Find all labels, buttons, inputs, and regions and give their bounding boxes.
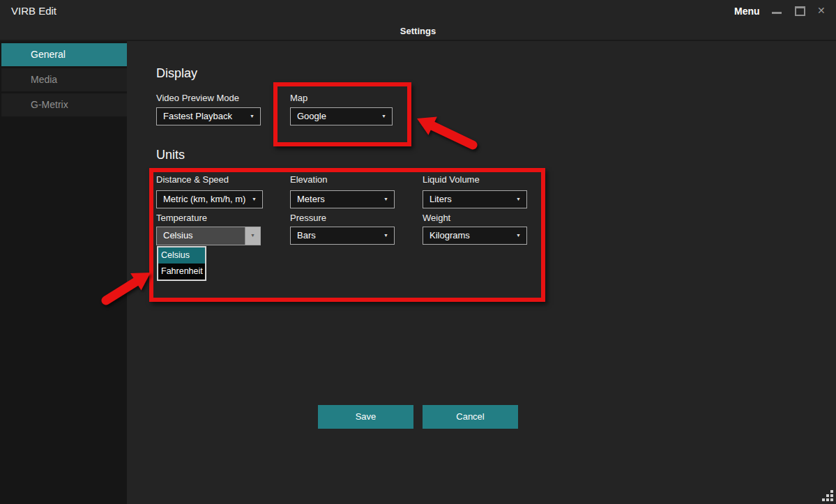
temperature-options-list: Celsius Fahrenheit — [157, 246, 206, 281]
distance-speed-value: Metric (km, km/h, m) — [163, 194, 245, 204]
page-title: Settings — [0, 26, 836, 36]
sidebar-item-g-metrix[interactable]: G-Metrix — [1, 93, 127, 116]
chevron-down-icon: ▼ — [516, 227, 521, 244]
settings-sidebar: General Media G-Metrix — [0, 41, 127, 504]
weight-label: Weight — [423, 213, 450, 223]
menu-button[interactable]: Menu — [734, 6, 760, 17]
liquid-volume-value: Liters — [430, 194, 452, 204]
chevron-down-icon: ▼ — [250, 108, 254, 125]
map-value: Google — [297, 111, 326, 121]
temperature-value: Celsius — [163, 230, 193, 240]
save-button[interactable]: Save — [318, 405, 413, 429]
weight-select[interactable]: Kilograms ▼ — [423, 227, 527, 245]
video-preview-mode-select[interactable]: Fastest Playback ▼ — [156, 107, 261, 125]
sidebar-item-general[interactable]: General — [1, 43, 127, 66]
map-label: Map — [290, 93, 307, 103]
video-preview-mode-label: Video Preview Mode — [156, 93, 239, 103]
elevation-label: Elevation — [290, 174, 327, 185]
temperature-label: Temperature — [156, 213, 207, 223]
minimize-icon[interactable] — [772, 12, 782, 14]
map-select[interactable]: Google ▼ — [290, 107, 393, 125]
weight-value: Kilograms — [430, 230, 470, 240]
units-section-heading: Units — [156, 148, 185, 162]
elevation-value: Meters — [297, 194, 325, 204]
option-celsius[interactable]: Celsius — [158, 247, 205, 264]
chevron-down-icon: ▼ — [516, 191, 521, 208]
chevron-down-icon: ▼ — [383, 227, 388, 244]
sidebar-item-media[interactable]: Media — [1, 68, 127, 91]
liquid-volume-label: Liquid Volume — [423, 174, 480, 185]
chevron-down-icon: ▼ — [383, 191, 388, 208]
pressure-value: Bars — [297, 230, 316, 240]
app-title: VIRB Edit — [11, 5, 56, 17]
distance-speed-label: Distance & Speed — [156, 174, 229, 185]
option-fahrenheit[interactable]: Fahrenheit — [158, 264, 205, 280]
close-icon[interactable]: ✕ — [817, 4, 826, 17]
pressure-select[interactable]: Bars ▼ — [290, 227, 395, 245]
elevation-select[interactable]: Meters ▼ — [290, 190, 395, 208]
resize-grip-icon[interactable] — [821, 490, 834, 502]
distance-speed-select[interactable]: Metric (km, km/h, m) ▼ — [156, 190, 263, 208]
chevron-down-icon: ▼ — [381, 108, 386, 125]
virb-edit-window: VIRB Edit Menu ✕ Settings General Media … — [0, 0, 836, 504]
chevron-down-icon: ▼ — [252, 191, 257, 208]
video-preview-mode-value: Fastest Playback — [163, 111, 232, 121]
temperature-select[interactable]: Celsius ▼ — [156, 227, 261, 245]
cancel-button[interactable]: Cancel — [423, 405, 518, 429]
map-arrow-annotation — [408, 106, 481, 155]
liquid-volume-select[interactable]: Liters ▼ — [423, 190, 527, 208]
chevron-down-icon[interactable]: ▼ — [245, 227, 260, 245]
display-section-heading: Display — [156, 66, 197, 81]
pressure-label: Pressure — [290, 213, 326, 223]
maximize-icon[interactable] — [795, 6, 805, 16]
